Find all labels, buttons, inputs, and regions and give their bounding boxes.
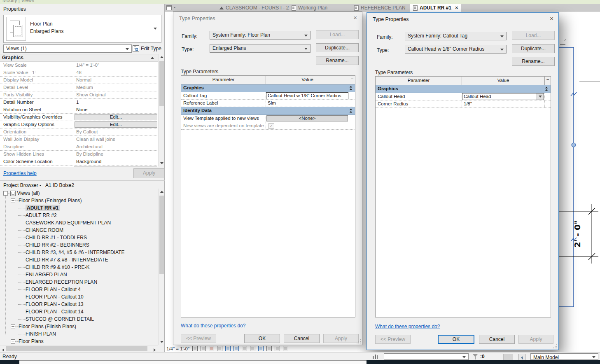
shadows-icon[interactable]: [217, 346, 222, 351]
tree-group-flinish-plans[interactable]: Floor Plans (Flinish Plans): [0, 323, 158, 330]
view-scale-label[interactable]: 1/4" = 1'-0": [166, 346, 189, 351]
family-dropdown[interactable]: System Family: Callout Tag: [405, 32, 507, 40]
load-button[interactable]: Load...: [316, 30, 359, 39]
group-header-graphics[interactable]: Graphics: [181, 84, 355, 92]
workset-dropdown[interactable]: [384, 353, 469, 360]
reveal-constraints-icon[interactable]: [283, 346, 288, 351]
sun-path-icon[interactable]: [209, 346, 214, 351]
drag-control-dot[interactable]: [572, 143, 576, 147]
window-cascade-icon[interactable]: [166, 5, 172, 10]
scrollbar-thumb[interactable]: [6, 346, 147, 351]
unlocked-view-icon[interactable]: [242, 346, 247, 351]
scroll-up-icon[interactable]: [160, 56, 163, 58]
design-option-dropdown[interactable]: Main Model: [530, 353, 598, 360]
apply-button[interactable]: Apply: [518, 335, 553, 344]
hide-analytical-model-icon[interactable]: [275, 346, 280, 351]
callout-tag-value-field[interactable]: Callout Head w 1/8" Corner Radius: [266, 92, 348, 99]
worksets-icon[interactable]: [373, 354, 379, 359]
corner-radius-value[interactable]: 1/8": [462, 100, 544, 107]
rename-button[interactable]: Rename...: [512, 57, 555, 66]
resize-grip[interactable]: [553, 344, 557, 348]
tree-item-view[interactable]: ENLARGED RECEPTION PLAN: [0, 278, 158, 286]
rename-button[interactable]: Rename...: [316, 56, 359, 65]
chevron-down-icon[interactable]: [154, 28, 157, 30]
edit-graphic-display-button[interactable]: Edit...: [75, 121, 157, 128]
ok-button[interactable]: OK: [244, 334, 280, 343]
close-icon[interactable]: ×: [550, 15, 553, 21]
ok-button[interactable]: OK: [438, 335, 474, 344]
visual-style-icon[interactable]: [201, 346, 206, 351]
collapse-expander-icon[interactable]: [11, 339, 15, 344]
properties-help-link[interactable]: What do these properties do?: [181, 323, 245, 329]
type-dropdown[interactable]: Enlarged Plans: [210, 44, 311, 53]
chevron-down-icon[interactable]: [537, 93, 544, 100]
tree-group-enlarged-plans[interactable]: Floor Plans (Enlarged Plans): [0, 197, 158, 204]
tree-item-view[interactable]: CHANGE ROOM: [0, 226, 158, 234]
tree-item-view[interactable]: FLOOR PLAN - Callout 13: [0, 301, 158, 308]
tab-reference-plan[interactable]: REFERENCE PLAN: [351, 4, 409, 12]
tree-item-view[interactable]: FLOOR PLAN - Callout 14: [0, 308, 158, 315]
collapse-expander-icon[interactable]: [11, 324, 15, 329]
scroll-up-icon[interactable]: [160, 191, 163, 193]
tree-item-view[interactable]: FINISH PLAN: [0, 330, 158, 338]
browser-horizontal-scrollbar[interactable]: [0, 345, 158, 351]
apply-button[interactable]: Apply: [323, 334, 359, 343]
scroll-down-icon[interactable]: [160, 341, 163, 343]
temporary-view-properties-icon[interactable]: [266, 346, 272, 351]
preview-button[interactable]: << Preview: [181, 334, 216, 343]
properties-help-link[interactable]: What do these properties do?: [375, 324, 440, 329]
collapse-section-icon[interactable]: [151, 57, 154, 59]
temporary-hide-isolate-icon[interactable]: [250, 346, 255, 351]
graphics-section-header[interactable]: Graphics: [0, 54, 158, 62]
tree-item-view[interactable]: FLOOR PLAN - Callout 4: [0, 286, 158, 293]
scroll-right-icon[interactable]: [154, 348, 156, 352]
tree-item-views-root[interactable]: Views (all): [0, 189, 158, 197]
cancel-button[interactable]: Cancel: [479, 335, 515, 344]
reveal-hidden-elements-icon[interactable]: [258, 346, 264, 351]
detail-level-icon[interactable]: [192, 346, 198, 351]
edit-visibility-graphics-button[interactable]: Edit...: [75, 114, 157, 120]
tree-item-view[interactable]: STUCCO @ CORNER DETAIL: [0, 315, 158, 323]
collapse-group-icon[interactable]: [349, 86, 353, 90]
callout-head-combobox[interactable]: Callout Head: [462, 93, 544, 100]
group-header-graphics[interactable]: Graphics: [376, 85, 551, 93]
tree-group-floor-plans[interactable]: Floor Plans: [0, 338, 158, 345]
cancel-button[interactable]: Cancel: [284, 334, 320, 343]
exclude-options-icon[interactable]: [518, 354, 525, 360]
reference-label-value[interactable]: Sim: [266, 100, 349, 107]
tree-item-view[interactable]: ADULT RR #2: [0, 212, 158, 219]
tree-item-view[interactable]: FLOOR PLAN - Callout 10: [0, 293, 158, 301]
filter-icon[interactable]: [473, 354, 478, 357]
design-options-icon[interactable]: [503, 354, 513, 360]
browser-vertical-scrollbar[interactable]: [158, 189, 164, 345]
close-tab-icon[interactable]: ×: [455, 5, 458, 11]
type-dropdown[interactable]: Callout Head w 1/8" Corner Radius: [405, 45, 507, 54]
tree-item-view[interactable]: CHILD RR #3, #4, #5 & #6 - INTERMEDIATE: [0, 249, 158, 256]
duplicate-button[interactable]: Duplicate...: [316, 43, 359, 52]
tree-item-view[interactable]: ADULT RR #1: [0, 204, 158, 212]
family-dropdown[interactable]: System Family: Floor Plan: [210, 31, 311, 40]
scrollbar-thumb[interactable]: [159, 196, 164, 274]
close-icon[interactable]: ×: [353, 14, 357, 21]
apply-button[interactable]: Apply: [133, 168, 165, 178]
callout-boundary-line[interactable]: [559, 47, 574, 307]
collapse-expander-icon[interactable]: [3, 191, 8, 196]
checkbox-checked-icon[interactable]: ✓: [268, 123, 274, 129]
show-crop-region-icon[interactable]: [233, 346, 239, 351]
tree-item-view[interactable]: ENLARGED PLAN: [0, 271, 158, 278]
resize-grip[interactable]: [357, 339, 361, 343]
color-scheme-button[interactable]: [75, 166, 157, 167]
properties-grid-scrollbar[interactable]: [158, 54, 164, 166]
tree-item-view[interactable]: CASEWORK AND EQUIPMENT PLAN: [0, 219, 158, 226]
duplicate-button[interactable]: Duplicate...: [512, 44, 555, 53]
tab-adult-rr-1[interactable]: ADULT RR #1 ×: [410, 4, 461, 12]
tab-working-plan[interactable]: Working Plan: [288, 4, 331, 12]
taskbar-window-segment[interactable]: [19, 360, 367, 364]
scroll-down-icon[interactable]: [160, 162, 163, 164]
selection-filter-dropdown[interactable]: Views (1): [3, 44, 132, 53]
view-template-button[interactable]: <None>: [266, 115, 348, 121]
tree-item-view[interactable]: CHILD RR #2 - BEGINNERS: [0, 241, 158, 249]
tree-item-view[interactable]: CHILD RR #1 - TODDLERS: [0, 234, 158, 241]
load-button[interactable]: Load...: [512, 31, 555, 40]
tree-item-view[interactable]: CHILD RR #7 & #8 - INTERMEDIATE: [0, 256, 158, 264]
